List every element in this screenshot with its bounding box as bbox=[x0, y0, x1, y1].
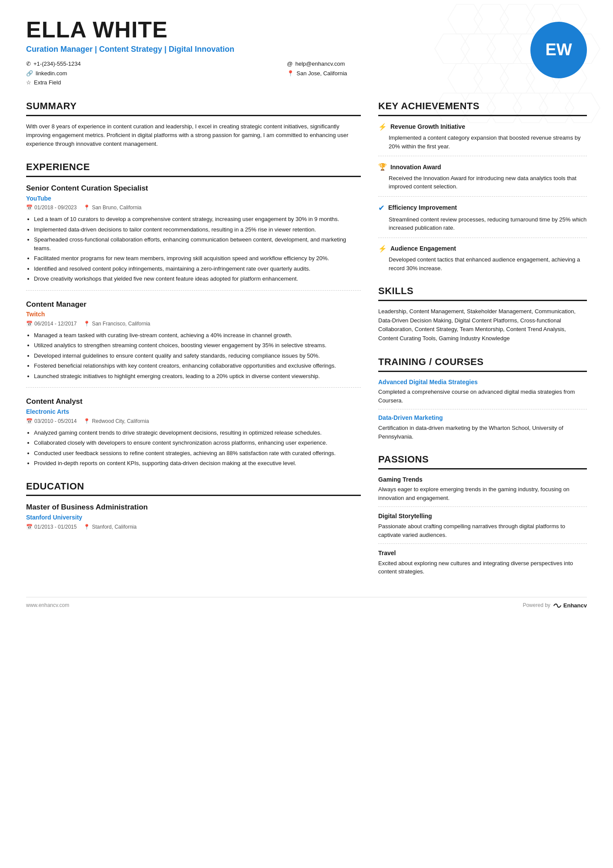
skills-title: SKILLS bbox=[378, 285, 587, 301]
experience-section: EXPERIENCE Senior Content Curation Speci… bbox=[26, 161, 361, 467]
bullet-item: Collaborated closely with developers to … bbox=[34, 439, 361, 447]
achievement-header: 🏆 Innovation Award bbox=[378, 162, 587, 172]
achievement-item: 🏆 Innovation Award Received the Innovati… bbox=[378, 162, 587, 196]
phone-value: +1-(234)-555-1234 bbox=[33, 60, 81, 68]
email-contact: @ help@enhancv.com bbox=[287, 60, 530, 68]
course-item: Data-Driven Marketing Certification in d… bbox=[378, 414, 587, 441]
footer-brand: Powered by Enhancv bbox=[523, 602, 587, 610]
extra-field-value: Extra Field bbox=[34, 79, 61, 87]
achievement-description: Developed content tactics that enhanced … bbox=[378, 255, 587, 272]
passion-description: Passionate about crafting compelling nar… bbox=[378, 522, 587, 539]
extra-field-contact: ☆ Extra Field bbox=[26, 79, 270, 87]
achievement-description: Received the Innovation Award for introd… bbox=[378, 174, 587, 191]
passion-description: Excited about exploring new cultures and… bbox=[378, 559, 587, 576]
location-value: San Jose, California bbox=[297, 70, 347, 77]
passion-name: Gaming Trends bbox=[378, 476, 587, 484]
education-title: EDUCATION bbox=[26, 480, 361, 496]
job-company: YouTube bbox=[26, 194, 361, 203]
training-section: TRAINING / COURSES Advanced Digital Medi… bbox=[378, 355, 587, 441]
pin-icon: 📍 bbox=[83, 418, 90, 425]
achievements-title: KEY ACHIEVEMENTS bbox=[378, 100, 587, 116]
summary-title: SUMMARY bbox=[26, 100, 361, 116]
pin-icon: 📍 bbox=[83, 320, 90, 328]
achievement-header: ✔ Efficiency Improvement bbox=[378, 203, 587, 214]
achievement-item: ⚡ Audience Engagement Developed content … bbox=[378, 244, 587, 272]
achievements-section: KEY ACHIEVEMENTS ⚡ Revenue Growth Initia… bbox=[378, 100, 587, 272]
job-date: 📅 03/2010 - 05/2014 bbox=[26, 418, 77, 425]
trophy-icon: 🏆 bbox=[378, 162, 387, 172]
achievement-item: ⚡ Revenue Growth Initiative Implemented … bbox=[378, 122, 587, 156]
star-icon: ☆ bbox=[26, 79, 31, 87]
achievement-title-text: Audience Engagement bbox=[390, 245, 456, 253]
achievement-title-text: Innovation Award bbox=[390, 163, 441, 172]
job-bullets: Analyzed gaming content trends to drive … bbox=[26, 429, 361, 468]
bullet-item: Developed internal guidelines to ensure … bbox=[34, 352, 361, 360]
achievement-title-text: Efficiency Improvement bbox=[388, 204, 457, 212]
job-meta: 📅 01/2018 - 09/2023 📍 San Bruno, Califor… bbox=[26, 204, 361, 211]
bullet-item: Implemented data-driven decisions to tai… bbox=[34, 225, 361, 234]
linkedin-contact: 🔗 linkedin.com bbox=[26, 70, 270, 77]
achievement-item: ✔ Efficiency Improvement Streamlined con… bbox=[378, 203, 587, 238]
bullet-item: Provided in-depth reports on content KPI… bbox=[34, 459, 361, 468]
bolt-icon: ⚡ bbox=[378, 244, 387, 254]
calendar-icon: 📅 bbox=[26, 204, 33, 211]
email-value: help@enhancv.com bbox=[295, 60, 345, 68]
phone-icon: ✆ bbox=[26, 60, 31, 68]
location-contact: 📍 San Jose, California bbox=[287, 70, 530, 77]
school-name: Stanford University bbox=[26, 513, 361, 522]
job-item: Content Analyst Electronic Arts 📅 03/201… bbox=[26, 396, 361, 467]
footer: www.enhancv.com Powered by Enhancv bbox=[26, 597, 587, 610]
achievement-description: Streamlined content review processes, re… bbox=[378, 215, 587, 232]
passion-item: Digital Storytelling Passionate about cr… bbox=[378, 512, 587, 544]
bullet-item: Analyzed gaming content trends to drive … bbox=[34, 429, 361, 437]
footer-website: www.enhancv.com bbox=[26, 602, 69, 609]
avatar: EW bbox=[530, 22, 587, 78]
job-location: 📍 San Francisco, California bbox=[83, 320, 150, 328]
course-description: Certification in data-driven marketing b… bbox=[378, 424, 587, 441]
skills-section: SKILLS Leadership, Content Management, S… bbox=[378, 285, 587, 343]
job-title: Content Manager bbox=[26, 299, 361, 310]
passions-section: PASSIONS Gaming Trends Always eager to e… bbox=[378, 453, 587, 576]
location-icon: 📍 bbox=[287, 70, 294, 77]
bullet-item: Facilitated mentor programs for new team… bbox=[34, 254, 361, 263]
summary-section: SUMMARY With over 8 years of experience … bbox=[26, 100, 361, 148]
bullet-item: Fostered beneficial relationships with k… bbox=[34, 362, 361, 370]
passion-item: Gaming Trends Always eager to explore em… bbox=[378, 476, 587, 507]
course-name: Advanced Digital Media Strategies bbox=[378, 378, 587, 387]
job-company: Twitch bbox=[26, 310, 361, 319]
enhancv-logo: Enhancv bbox=[553, 602, 587, 610]
candidate-name: ELLA WHITE bbox=[26, 17, 530, 42]
header: ELLA WHITE Curation Manager | Content St… bbox=[26, 17, 587, 87]
enhancv-logo-svg bbox=[553, 603, 562, 609]
passions-title: PASSIONS bbox=[378, 453, 587, 469]
education-section: EDUCATION Master of Business Administrat… bbox=[26, 480, 361, 531]
training-title: TRAINING / COURSES bbox=[378, 355, 587, 372]
header-left: ELLA WHITE Curation Manager | Content St… bbox=[26, 17, 530, 87]
calendar-icon: 📅 bbox=[26, 418, 33, 425]
brand-name: Enhancv bbox=[563, 602, 587, 610]
job-location: 📍 Redwood City, California bbox=[83, 418, 149, 425]
pin-icon: 📍 bbox=[83, 204, 90, 211]
phone-contact: ✆ +1-(234)-555-1234 bbox=[26, 60, 270, 68]
degree-title: Master of Business Administration bbox=[26, 502, 361, 513]
edu-location: 📍 Stanford, California bbox=[83, 523, 137, 531]
linkedin-value: linkedin.com bbox=[36, 70, 67, 77]
calendar-icon: 📅 bbox=[26, 523, 33, 531]
job-item: Senior Content Curation Specialist YouTu… bbox=[26, 183, 361, 291]
job-item: Content Manager Twitch 📅 06/2014 - 12/20… bbox=[26, 299, 361, 388]
bullet-item: Drove creativity workshops that yielded … bbox=[34, 275, 361, 283]
bullet-item: Conducted user feedback sessions to refi… bbox=[34, 449, 361, 458]
job-date: 📅 06/2014 - 12/2017 bbox=[26, 320, 77, 328]
job-bullets: Managed a team tasked with curating live… bbox=[26, 331, 361, 381]
left-column: SUMMARY With over 8 years of experience … bbox=[26, 100, 361, 588]
edu-meta: 📅 01/2013 - 01/2015 📍 Stanford, Californ… bbox=[26, 523, 361, 531]
achievement-title-text: Revenue Growth Initiative bbox=[390, 123, 465, 131]
job-title: Content Analyst bbox=[26, 396, 361, 407]
passion-name: Digital Storytelling bbox=[378, 512, 587, 521]
job-meta: 📅 03/2010 - 05/2014 📍 Redwood City, Cali… bbox=[26, 418, 361, 425]
achievement-description: Implemented a content category expansion… bbox=[378, 134, 587, 151]
checkmark-icon: ✔ bbox=[378, 203, 385, 214]
candidate-title: Curation Manager | Content Strategy | Di… bbox=[26, 44, 530, 55]
course-description: Completed a comprehensive course on adva… bbox=[378, 388, 587, 405]
job-title: Senior Content Curation Specialist bbox=[26, 183, 361, 194]
